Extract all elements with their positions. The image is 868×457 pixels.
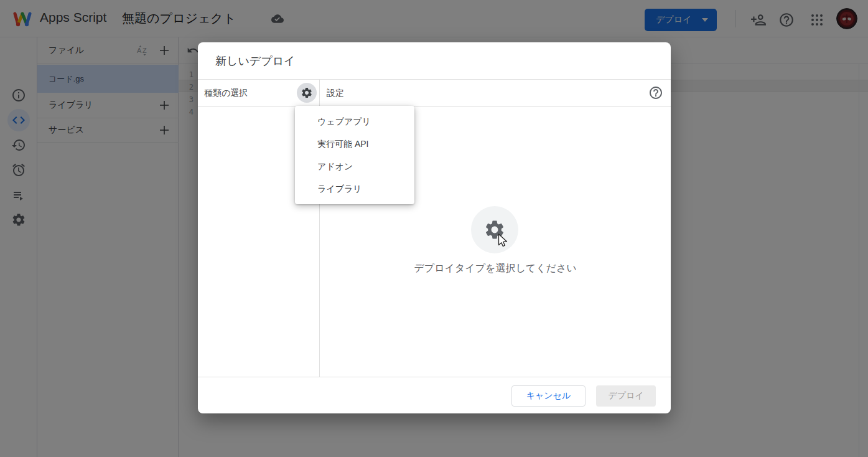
type-column-header: 種類の選択 [204,79,248,106]
dialog-deploy-button[interactable]: デプロイ [596,385,656,407]
deployment-type-gear-icon[interactable] [297,83,317,103]
menu-item-executable-api[interactable]: 実行可能 API [295,133,414,155]
dialog-footer-divider [198,377,671,377]
menu-item-web-app[interactable]: ウェブアプリ [295,110,414,133]
cancel-button[interactable]: キャンセル [511,385,586,407]
settings-column-header: 設定 [327,79,344,106]
empty-state-gear-badge [471,206,518,253]
deployment-type-menu: ウェブアプリ 実行可能 API アドオン ライブラリ [295,106,414,204]
dialog-divider [198,106,671,107]
menu-item-library[interactable]: ライブラリ [295,177,414,200]
dialog-help-icon[interactable] [648,85,663,100]
apps-script-window: Apps Script 無題のプロジェクト デプロイ [0,0,868,457]
new-deployment-dialog: 新しいデプロイ 種類の選択 設定 デプロイタイプを選択してください キャンセル … [198,42,671,413]
dialog-divider [198,79,671,80]
menu-item-addon[interactable]: アドオン [295,155,414,177]
dialog-title: 新しいデプロイ [215,42,296,79]
empty-state-text: デプロイタイプを選択してください [320,262,671,275]
